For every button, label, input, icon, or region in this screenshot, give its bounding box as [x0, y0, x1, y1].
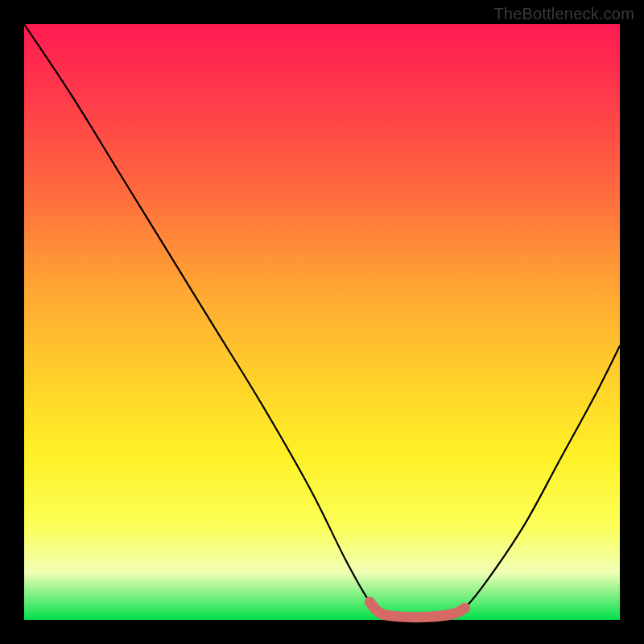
- chart-stage: TheBottleneck.com: [0, 0, 644, 644]
- bottleneck-curve-path: [24, 24, 620, 617]
- watermark-text: TheBottleneck.com: [493, 5, 634, 23]
- optimal-range-highlight: [369, 602, 464, 617]
- plot-area: [24, 24, 620, 620]
- curve-svg: [24, 24, 620, 620]
